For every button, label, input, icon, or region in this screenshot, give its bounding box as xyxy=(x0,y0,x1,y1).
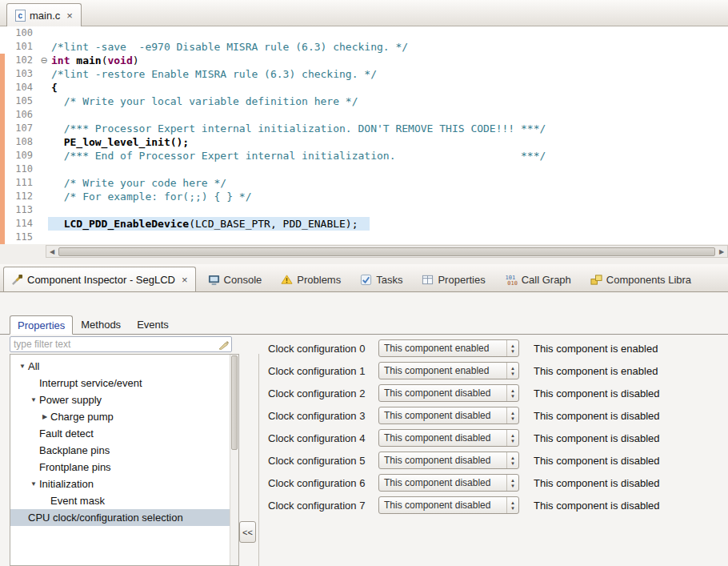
code-line-112[interactable]: 112 /* For example: for(;;) { } */ xyxy=(0,190,728,203)
inspector-tabbar: PropertiesMethodsEvents xyxy=(0,315,728,335)
spinner-up-icon[interactable]: ▲ xyxy=(510,411,515,415)
scroll-left-icon[interactable]: ◀ xyxy=(46,248,58,255)
filter-clear-icon[interactable] xyxy=(217,339,231,350)
tree-item-initialization[interactable]: ▼Initialization xyxy=(10,476,238,492)
tree-item-frontplane-pins[interactable]: Frontplane pins xyxy=(10,459,238,476)
vertical-sash[interactable] xyxy=(258,354,259,566)
spinner-up-icon[interactable]: ▲ xyxy=(510,343,515,348)
tab-properties[interactable]: Properties xyxy=(10,315,73,335)
clock-config-6-spinner[interactable]: This component disabled▲▼ xyxy=(378,474,519,492)
view-tab-components-libra[interactable]: Components Libra xyxy=(583,267,698,291)
code-line-113[interactable]: 113 xyxy=(0,203,728,217)
tree-item-power-supply[interactable]: ▼Power supply xyxy=(10,391,238,408)
close-icon[interactable]: × xyxy=(182,274,188,286)
property-status: This component is disabled xyxy=(534,432,660,444)
view-tab-label: Properties xyxy=(438,274,485,286)
close-icon[interactable]: × xyxy=(66,10,73,22)
property-label: Clock configuration 1 xyxy=(268,365,378,377)
spinner-up-icon[interactable]: ▲ xyxy=(510,478,515,483)
tree-item-all[interactable]: ▼All xyxy=(10,358,238,375)
spinner-up-icon[interactable]: ▲ xyxy=(510,388,515,393)
property-row: Clock configuration 1This component enab… xyxy=(268,359,724,382)
spinner-down-icon[interactable]: ▼ xyxy=(510,439,515,444)
view-tab-console[interactable]: Console xyxy=(201,267,270,291)
fold-spacer xyxy=(37,40,51,54)
clock-config-5-spinner[interactable]: This component disabled▲▼ xyxy=(378,452,519,469)
view-tab-tasks[interactable]: Tasks xyxy=(353,267,410,291)
clock-config-7-spinner[interactable]: This component disabled▲▼ xyxy=(378,496,519,514)
spinner-up-icon[interactable]: ▲ xyxy=(510,456,515,460)
spinner-down-icon[interactable]: ▼ xyxy=(510,484,515,488)
code-line-103[interactable]: 103/*lint -restore Enable MISRA rule (6.… xyxy=(0,67,728,81)
code-line-110[interactable]: 110 xyxy=(0,163,728,176)
property-label: Clock configuration 0 xyxy=(268,343,378,355)
scrollbar-thumb[interactable] xyxy=(231,355,238,450)
property-status: This component is disabled xyxy=(534,387,660,399)
spinner-arrows: ▲▼ xyxy=(506,430,518,446)
tree-item-interrupt-service-event[interactable]: Interrupt service/event xyxy=(10,375,238,391)
view-tab-properties[interactable]: Properties xyxy=(414,267,492,291)
code-line-105[interactable]: 105 /* Write your local variable definit… xyxy=(0,94,728,108)
spinner-down-icon[interactable]: ▼ xyxy=(510,416,515,421)
fold-collapse-icon[interactable]: ⊖ xyxy=(37,54,51,67)
editor-horizontal-scrollbar[interactable]: ◀ ▶ xyxy=(46,245,728,258)
filter-box xyxy=(10,336,232,352)
code-line-104[interactable]: 104{ xyxy=(0,81,728,94)
expanded-arrow-icon[interactable]: ▼ xyxy=(28,480,39,488)
code-line-108[interactable]: 108 PE_low_level_init(); xyxy=(0,135,728,149)
editor-tab-main-c[interactable]: c main.c × xyxy=(6,3,82,26)
code-line-100[interactable]: 100 xyxy=(0,26,728,40)
code-line-101[interactable]: 101/*lint -save -e970 Disable MISRA rule… xyxy=(0,40,728,54)
view-tab-label: Components Libra xyxy=(606,274,691,286)
spinner-down-icon[interactable]: ▼ xyxy=(510,371,515,376)
code-text: PE_low_level_init(); xyxy=(51,135,189,149)
spinner-up-icon[interactable]: ▲ xyxy=(510,433,515,438)
line-number: 110 xyxy=(5,163,37,176)
spinner-down-icon[interactable]: ▼ xyxy=(510,349,515,354)
collapse-panel-button[interactable]: << xyxy=(239,521,256,543)
tree-item-cpu-clock-configuration-selection[interactable]: CPU clock/configuration selection xyxy=(10,509,238,526)
clock-config-1-spinner[interactable]: This component enabled▲▼ xyxy=(378,362,519,379)
clock-config-list: Clock configuration 0This component enab… xyxy=(268,337,724,516)
fold-spacer xyxy=(37,67,51,81)
code-line-114[interactable]: 114 LCD_PDD_EnableDevice(LCD_BASE_PTR, P… xyxy=(0,217,728,231)
tree-item-fault-detect[interactable]: Fault detect xyxy=(10,425,238,442)
code-line-107[interactable]: 107 /*** Processor Expert internal initi… xyxy=(0,122,728,135)
tree-item-backplane-pins[interactable]: Backplane pins xyxy=(10,442,238,459)
view-tab-component-inspector-seglcd[interactable]: Component Inspector - SegLCD× xyxy=(3,267,196,291)
spinner-up-icon[interactable]: ▲ xyxy=(510,500,515,505)
expanded-arrow-icon[interactable]: ▼ xyxy=(17,363,28,370)
horizontal-sash[interactable] xyxy=(0,258,728,264)
tab-methods[interactable]: Methods xyxy=(73,315,129,334)
tab-events[interactable]: Events xyxy=(129,315,177,334)
property-status: This component is disabled xyxy=(534,500,660,512)
clock-config-3-spinner[interactable]: This component disabled▲▼ xyxy=(378,407,519,424)
clock-config-4-spinner[interactable]: This component disabled▲▼ xyxy=(378,429,519,447)
view-tab-call-graph[interactable]: 101010Call Graph xyxy=(498,267,578,291)
clock-config-0-spinner[interactable]: This component enabled▲▼ xyxy=(378,339,519,357)
code-line-111[interactable]: 111 /* Write your code here */ xyxy=(0,176,728,190)
property-label: Clock configuration 3 xyxy=(268,410,378,422)
fold-spacer xyxy=(37,176,51,190)
property-status: This component is enabled xyxy=(534,365,658,377)
spinner-up-icon[interactable]: ▲ xyxy=(510,366,515,371)
code-editor[interactable]: 100101/*lint -save -e970 Disable MISRA r… xyxy=(0,26,728,244)
expanded-arrow-icon[interactable]: ▼ xyxy=(28,396,39,403)
scroll-right-icon[interactable]: ▶ xyxy=(716,248,727,255)
collapsed-arrow-icon[interactable]: ▶ xyxy=(39,413,50,420)
tree-item-charge-pump[interactable]: ▶Charge pump xyxy=(10,408,238,425)
view-tab-problems[interactable]: Problems xyxy=(274,267,348,291)
clock-config-2-spinner[interactable]: This component disabled▲▼ xyxy=(378,384,519,402)
scrollbar-thumb[interactable] xyxy=(58,247,715,256)
spinner-down-icon[interactable]: ▼ xyxy=(510,394,515,399)
spinner-down-icon[interactable]: ▼ xyxy=(510,461,515,466)
console-icon xyxy=(208,274,220,286)
code-line-102[interactable]: 102⊖int main(void) xyxy=(0,54,728,67)
tree-vertical-scrollbar[interactable] xyxy=(230,355,238,565)
tree-item-event-mask[interactable]: Event mask xyxy=(10,492,238,509)
code-line-106[interactable]: 106 xyxy=(0,108,728,122)
code-line-115[interactable]: 115 xyxy=(0,231,728,244)
spinner-down-icon[interactable]: ▼ xyxy=(510,506,515,511)
filter-input[interactable] xyxy=(10,339,217,350)
code-line-109[interactable]: 109 /*** End of Processor Expert interna… xyxy=(0,149,728,163)
